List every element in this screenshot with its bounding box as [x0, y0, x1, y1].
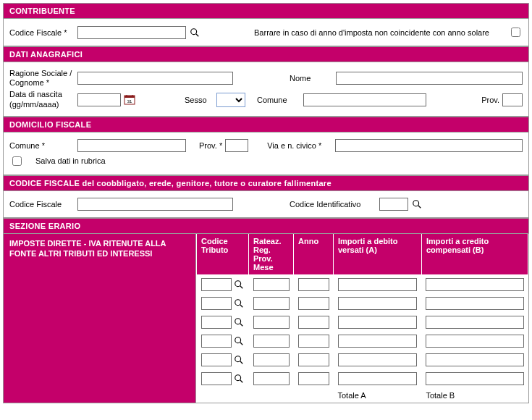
credito-input[interactable]: [426, 372, 523, 385]
debito-input[interactable]: [338, 372, 418, 385]
rateaz-input[interactable]: [253, 372, 290, 385]
sesso-label: Sesso: [185, 96, 214, 104]
svg-point-15: [235, 337, 240, 343]
table-row: [197, 274, 528, 294]
codice-tributo-input[interactable]: [201, 335, 232, 348]
table-row: [197, 369, 528, 388]
erario-body: IMPOSTE DIRETTE - IVA RITENUTE ALLA FONT…: [3, 234, 529, 403]
search-icon[interactable]: [189, 27, 200, 38]
contribuente-body: Codice Fiscale * Barrare in caso di anno…: [3, 19, 529, 46]
rateaz-input[interactable]: [253, 353, 290, 366]
col-rateaz: Rateaz. Reg. Prov. Mese: [249, 234, 294, 275]
comune-nascita-input[interactable]: [303, 93, 426, 106]
calendar-icon[interactable]: 31: [124, 94, 135, 106]
svg-point-17: [235, 356, 240, 362]
debito-input[interactable]: [338, 353, 418, 366]
search-icon[interactable]: [233, 373, 245, 385]
anagrafici-header: DATI ANAGRAFICI: [3, 46, 529, 62]
codice-tributo-input[interactable]: [201, 278, 232, 291]
coob-cf-input[interactable]: [77, 198, 233, 211]
credito-input[interactable]: [426, 297, 523, 310]
search-icon[interactable]: [233, 279, 245, 290]
comune-dom-label: Comune *: [9, 141, 75, 150]
svg-line-10: [240, 286, 242, 289]
col-codice: Codice Tributo: [197, 234, 249, 275]
search-icon[interactable]: [411, 198, 423, 210]
via-label: Via e n. civico *: [267, 141, 332, 150]
coobbligato-header: CODICE FISCALE del coobbligato, erede, g…: [3, 175, 529, 191]
codice-tributo-input[interactable]: [201, 316, 232, 329]
rateaz-input[interactable]: [253, 278, 290, 291]
search-icon[interactable]: [233, 316, 245, 328]
barrare-checkbox[interactable]: [511, 28, 520, 37]
anno-input[interactable]: [298, 335, 329, 348]
anno-input[interactable]: [298, 372, 329, 385]
salva-rubrica-label: Salva dati in rubrica: [35, 156, 106, 165]
rateaz-input[interactable]: [253, 297, 290, 310]
anno-input[interactable]: [298, 297, 329, 310]
col-anno: Anno: [294, 234, 334, 275]
svg-point-11: [235, 300, 240, 306]
svg-rect-3: [124, 96, 135, 98]
table-row: [197, 313, 528, 332]
svg-point-13: [235, 319, 240, 324]
svg-point-9: [235, 281, 240, 287]
erario-table: Codice Tributo Rateaz. Reg. Prov. Mese A…: [196, 234, 528, 403]
anno-input[interactable]: [298, 316, 329, 329]
codice-fiscale-input[interactable]: [77, 26, 186, 39]
debito-input[interactable]: [338, 297, 418, 310]
table-row: [197, 294, 528, 313]
ragione-label: Ragione Sociale / Cognome *: [9, 69, 75, 88]
credito-input[interactable]: [426, 335, 523, 348]
ragione-input[interactable]: [77, 72, 233, 85]
codice-tributo-input[interactable]: [201, 297, 232, 310]
search-icon[interactable]: [233, 354, 245, 366]
sesso-select[interactable]: [216, 93, 245, 107]
svg-line-8: [418, 206, 421, 209]
col-debito: Importi a debito versati (A): [334, 234, 422, 275]
col-credito: Importi a credito compensati (B): [421, 234, 528, 275]
data-nascita-label: Data di nascita (gg/mm/aaaa): [9, 90, 75, 109]
table-row: [197, 350, 528, 369]
svg-line-1: [196, 33, 199, 36]
codice-tributo-input[interactable]: [201, 372, 232, 385]
anno-input[interactable]: [298, 353, 329, 366]
nome-label: Nome: [290, 74, 333, 83]
debito-input[interactable]: [338, 316, 418, 329]
nome-input[interactable]: [336, 72, 523, 85]
comune-nascita-label: Comune: [257, 96, 300, 104]
via-input[interactable]: [335, 139, 523, 152]
svg-point-0: [191, 28, 197, 34]
salva-rubrica-checkbox[interactable]: [12, 156, 22, 166]
domicilio-body: Comune * Prov. * Via e n. civico * Salva…: [3, 133, 529, 175]
credito-input[interactable]: [426, 353, 523, 366]
rateaz-input[interactable]: [253, 316, 290, 329]
erario-subtitle: IMPOSTE DIRETTE - IVA RITENUTE ALLA FONT…: [4, 234, 196, 403]
anno-input[interactable]: [298, 278, 329, 291]
coob-id-input[interactable]: [379, 198, 408, 211]
prov-nascita-input[interactable]: [502, 93, 523, 106]
comune-dom-input[interactable]: [77, 139, 186, 152]
table-row: [197, 332, 528, 350]
anagrafici-body: Ragione Sociale / Cognome * Nome Data di…: [3, 62, 529, 117]
domicilio-header: DOMICILIO FISCALE: [3, 117, 529, 133]
contribuente-header: CONTRIBUENTE: [3, 3, 529, 19]
credito-input[interactable]: [426, 278, 523, 291]
svg-text:31: 31: [127, 99, 132, 104]
data-nascita-input[interactable]: [77, 93, 121, 106]
search-icon[interactable]: [233, 298, 245, 309]
debito-input[interactable]: [338, 278, 418, 291]
svg-line-12: [240, 305, 242, 308]
totale-a-label: Totale A: [334, 388, 422, 403]
codice-tributo-input[interactable]: [201, 353, 232, 366]
credito-input[interactable]: [426, 316, 523, 329]
svg-point-7: [413, 201, 419, 206]
prov-dom-input[interactable]: [225, 139, 248, 152]
erario-header: SEZIONE ERARIO: [3, 218, 529, 234]
debito-input[interactable]: [338, 335, 418, 348]
rateaz-input[interactable]: [253, 335, 290, 348]
coob-id-label: Codice Identificativo: [290, 200, 376, 209]
prov-dom-label: Prov. *: [199, 141, 222, 150]
search-icon[interactable]: [233, 335, 245, 347]
totale-b-label: Totale B: [421, 388, 528, 403]
